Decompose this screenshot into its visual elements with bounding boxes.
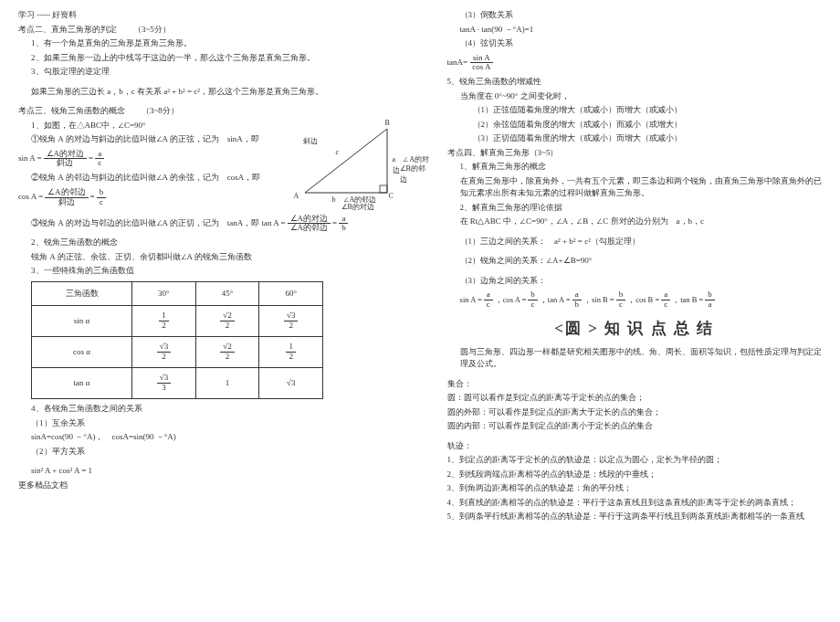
k4-1-body: 在直角三角形中，除直角外，一共有五个元素，即三条边和两个锐角，由直角三角形中除直… (447, 175, 822, 200)
k2-item-1: 1、有一个角是直角的三角形是直角三角形。 (18, 37, 433, 50)
header-note: 学习 ----- 好资料 (18, 9, 433, 22)
r5a: 当角度在 0°~90° 之间变化时， (447, 90, 822, 103)
right-column: （3）倒数关系 tanA · tan(90 －°A)=1 （4）弦切关系 tan… (440, 7, 829, 615)
k3-4-body: 锐角 A 的正弦、余弦、正切、余切都叫做∠A 的锐角三角函数 (18, 251, 433, 264)
rel-3-eq: tanA · tan(90 －°A)=1 (447, 24, 822, 37)
trig-values-table: 三角函数 30° 45° 60° sin α 12 √22 √32 cos α … (31, 281, 323, 400)
k4-3d: sin A = ac ，cos A = bc ，tan A = ab ，sin … (447, 290, 822, 310)
k4-1-title: 1、解直角三角形的概念 (447, 161, 822, 174)
k3-6a: （1）互余关系 (18, 417, 433, 430)
r5d: （3）正切值随着角度的增大（或减小）而增大（或减小） (447, 132, 822, 145)
locus-1: 1、到定点的距离等于定长的点的轨迹是：以定点为圆心，定长为半径的圆； (447, 454, 822, 467)
k4-3a: （1）三边之间的关系： a² + b² = c²（勾股定理） (447, 236, 822, 248)
locus-5: 5、到两条平行线距离相等的点的轨迹是：平行于这两条平行线且到两条直线距离都相等的… (447, 511, 822, 523)
set-a: 圆：圆可以看作是到定点的距离等于定长的点的集合； (447, 392, 822, 405)
k3-6d: sin² A + cos² A = 1 (18, 465, 433, 478)
hypotenuse-label: 斜边 (303, 136, 318, 147)
vertex-b: B (385, 118, 390, 129)
k3-4-title: 2、锐角三角函数的概念 (18, 237, 433, 249)
r5-title: 5、锐角三角函数的增减性 (447, 76, 822, 89)
side-a2: ∠B的邻边 (400, 163, 433, 185)
r5c: （2）余弦值随着角度的增大（或减小）而减小（或增大） (447, 119, 822, 132)
set-title: 集合： (447, 378, 822, 391)
r5b: （1）正弦值随着角度的增大（或减小）而增大（或减小） (447, 104, 822, 117)
th-60: 60° (259, 281, 323, 306)
locus-2: 2、到线段两端点距离相等的点的轨迹是：线段的中垂线； (447, 469, 822, 481)
k3-title: 考点三、锐角三角函数的概念 （3~8分） (18, 105, 433, 118)
k3-6-title: 4、各锐角三角函数之间的关系 (18, 403, 433, 416)
circle-section-title: <圆 > 知 识 点 总 结 (447, 317, 822, 341)
k3-6b: sinA=cos(90 －°A)， cosA=sin(90 －°A) (18, 431, 433, 444)
th-45: 45° (195, 281, 259, 306)
k2-title: 考点二、直角三角形的判定 （3~5分） (18, 24, 433, 37)
k2-item-3b: 如果三角形的三边长 a，b，c 有关系 a² + b² = c²，那么这个三角形… (18, 86, 433, 99)
cos-formula: cos A = ∠A的邻边斜边 = bc (18, 188, 281, 207)
k3-tan-def: ③锐角 A 的对边与邻边的比值叫做∠A 的正切，记为 tanA，即 tan A … (18, 215, 433, 234)
rel-4-eq: tanA= sin Acos A (447, 54, 822, 73)
side-c: c (336, 147, 340, 158)
k4-3b: （2）锐角之间的关系：∠A+∠B=90° (447, 255, 822, 268)
k4-title: 考点四、解直角三角形（3~5） (447, 147, 822, 160)
right-triangle-figure: B A C c 斜边 a ∠A的对边 ∠B的邻边 b ∠A的邻边 ∠B的对边 (287, 120, 433, 211)
vertex-a: A (294, 191, 299, 202)
sin-formula: sin A = ∠A的对边斜边 = ac (18, 150, 281, 169)
left-column: 学习 ----- 好资料 考点二、直角三角形的判定 （3~5分） 1、有一个角是… (11, 7, 440, 615)
k3-5-title: 3、一些特殊角的三角函数值 (18, 265, 433, 278)
rel-3: （3）倒数关系 (447, 9, 822, 22)
set-c: 圆的内部：可以看作是到定点的距离小于定长的点的集合 (447, 420, 822, 433)
locus-4: 4、到直线的距离相等的点的轨迹是：平行于这条直线且到这条直线的距离等于定长的两条… (447, 497, 822, 510)
th-fn: 三角函数 (32, 281, 132, 306)
row-tan: tan α √33 1 √3 (32, 368, 323, 399)
svg-rect-1 (380, 185, 387, 193)
footer-note: 更多精品文档 (18, 480, 433, 492)
set-b: 圆的外部：可以看作是到定点的距离大于定长的点的集合； (447, 406, 822, 419)
row-sin: sin α 12 √22 √32 (32, 306, 323, 337)
k2-item-3: 3、勾股定理的逆定理 (18, 66, 433, 79)
k3-6c: （2）平方关系 (18, 446, 433, 459)
locus-3: 3、到角两边距离相等的点的轨迹是：角的平分线； (447, 482, 822, 495)
k4-2-body: 在 Rt△ABC 中，∠C=90°，∠A，∠B，∠C 所对的边分别为 a，b，c (447, 216, 822, 228)
th-30: 30° (132, 281, 196, 306)
locus-title: 轨迹： (447, 440, 822, 453)
side-b2: ∠B的对边 (341, 202, 374, 213)
k2-item-2: 2、如果三角形一边上的中线等于这边的一半，那么这个三角形是直角三角形。 (18, 52, 433, 65)
k4-2-title: 2、解直角三角形的理论依据 (447, 202, 822, 215)
row-cos: cos α √32 √22 12 (32, 337, 323, 368)
rel-4: （4）弦切关系 (447, 37, 822, 50)
k4-3c: （3）边角之间的关系： (447, 275, 822, 288)
vertex-c: C (389, 191, 394, 202)
circle-intro: 圆与三角形、四边形一样都是研究相关图形中的线、角、周长、面积等知识，包括性质定理… (447, 346, 822, 371)
